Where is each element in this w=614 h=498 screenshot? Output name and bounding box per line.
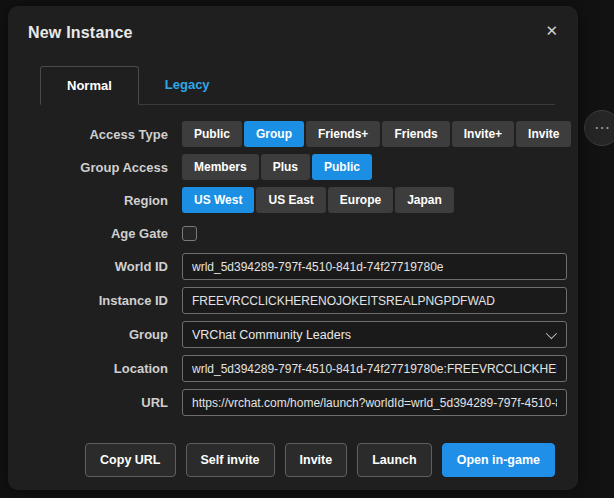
world-id-input[interactable] xyxy=(182,253,567,280)
region-europe[interactable]: Europe xyxy=(328,187,393,213)
age-gate-checkbox[interactable] xyxy=(182,226,197,241)
group-label: Group xyxy=(30,327,168,342)
access-type-invite-plus[interactable]: Invite+ xyxy=(452,121,514,147)
region-us-east[interactable]: US East xyxy=(256,187,325,213)
world-id-label: World ID xyxy=(30,259,168,274)
age-gate-label: Age Gate xyxy=(30,226,168,241)
more-options-button[interactable]: ⋯ xyxy=(584,110,614,146)
access-type-group: Public Group Friends+ Friends Invite+ In… xyxy=(182,121,571,147)
group-selected-value: VRChat Community Leaders xyxy=(192,328,351,342)
dialog-footer: Copy URL Self invite Invite Launch Open … xyxy=(85,443,555,477)
copy-url-button[interactable]: Copy URL xyxy=(85,443,175,477)
group-select[interactable]: VRChat Community Leaders xyxy=(182,321,567,348)
location-label: Location xyxy=(30,361,168,376)
region-label: Region xyxy=(30,193,168,208)
self-invite-button[interactable]: Self invite xyxy=(186,443,275,477)
group-access-public[interactable]: Public xyxy=(312,154,372,180)
group-access-plus[interactable]: Plus xyxy=(261,154,310,180)
invite-button[interactable]: Invite xyxy=(285,443,348,477)
group-row: Group VRChat Community Leaders xyxy=(30,321,578,348)
instance-id-row: Instance ID xyxy=(30,287,578,314)
region-japan[interactable]: Japan xyxy=(395,187,454,213)
tab-legacy[interactable]: Legacy xyxy=(139,66,236,104)
close-icon: ✕ xyxy=(545,22,558,39)
chevron-down-icon xyxy=(546,327,557,338)
region-group: US West US East Europe Japan xyxy=(182,187,454,213)
launch-button[interactable]: Launch xyxy=(357,443,431,477)
instance-id-input[interactable] xyxy=(182,287,567,314)
access-type-row: Access Type Public Group Friends+ Friend… xyxy=(30,121,578,147)
new-instance-dialog: New Instance ✕ Normal Legacy Access Type… xyxy=(8,6,578,490)
group-access-label: Group Access xyxy=(30,160,168,175)
location-row: Location xyxy=(30,355,578,382)
access-type-invite[interactable]: Invite xyxy=(516,121,571,147)
url-label: URL xyxy=(30,395,168,410)
url-input[interactable] xyxy=(182,389,567,416)
open-in-game-button[interactable]: Open in-game xyxy=(442,443,555,477)
tab-bar: Normal Legacy xyxy=(40,66,555,105)
close-button[interactable]: ✕ xyxy=(541,18,562,44)
access-type-friends-plus[interactable]: Friends+ xyxy=(306,121,380,147)
location-input[interactable] xyxy=(182,355,567,382)
instance-form: Access Type Public Group Friends+ Friend… xyxy=(8,121,578,416)
dialog-header: New Instance ✕ xyxy=(8,6,578,42)
group-access-members[interactable]: Members xyxy=(182,154,259,180)
world-id-row: World ID xyxy=(30,253,578,280)
access-type-public[interactable]: Public xyxy=(182,121,242,147)
age-gate-row: Age Gate xyxy=(30,220,578,246)
screen: ⋯ New Instance ✕ Normal Legacy Access Ty… xyxy=(0,0,614,498)
ellipsis-icon: ⋯ xyxy=(594,119,610,136)
dialog-title: New Instance xyxy=(28,24,578,42)
tab-normal[interactable]: Normal xyxy=(40,66,139,105)
access-type-label: Access Type xyxy=(30,127,168,142)
group-access-group: Members Plus Public xyxy=(182,154,372,180)
region-row: Region US West US East Europe Japan xyxy=(30,187,578,213)
url-row: URL xyxy=(30,389,578,416)
region-us-west[interactable]: US West xyxy=(182,187,254,213)
group-access-row: Group Access Members Plus Public xyxy=(30,154,578,180)
instance-id-label: Instance ID xyxy=(30,293,168,308)
access-type-group-option[interactable]: Group xyxy=(244,121,304,147)
access-type-friends[interactable]: Friends xyxy=(382,121,449,147)
